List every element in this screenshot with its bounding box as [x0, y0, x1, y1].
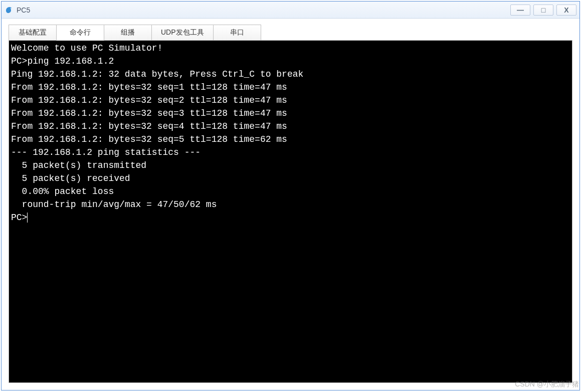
- tab-bar: 基础配置 命令行 组播 UDP发包工具 串口: [9, 25, 572, 41]
- content-area: 基础配置 命令行 组播 UDP发包工具 串口 Welcome to use PC…: [2, 19, 579, 390]
- terminal-line: PC>ping 192.168.1.2: [11, 55, 570, 68]
- terminal-line: Ping 192.168.1.2: 32 data bytes, Press C…: [11, 68, 570, 81]
- terminal-line: 5 packet(s) received: [11, 172, 570, 185]
- terminal-line: Welcome to use PC Simulator!: [11, 42, 570, 55]
- terminal[interactable]: Welcome to use PC Simulator!PC>ping 192.…: [9, 40, 572, 383]
- maximize-button[interactable]: □: [533, 5, 553, 16]
- tab-multicast[interactable]: 组播: [104, 25, 152, 41]
- tab-serial[interactable]: 串口: [213, 25, 261, 41]
- window-title: PC5: [17, 6, 510, 14]
- minimize-button[interactable]: —: [510, 5, 530, 16]
- terminal-line: From 192.168.1.2: bytes=32 seq=5 ttl=128…: [11, 133, 570, 146]
- terminal-line: From 192.168.1.2: bytes=32 seq=3 ttl=128…: [11, 107, 570, 120]
- terminal-line: round-trip min/avg/max = 47/50/62 ms: [11, 198, 570, 211]
- close-button[interactable]: X: [556, 5, 576, 16]
- terminal-line: From 192.168.1.2: bytes=32 seq=1 ttl=128…: [11, 81, 570, 94]
- tab-command-line[interactable]: 命令行: [56, 25, 104, 41]
- app-window: PC5 — □ X 基础配置 命令行 组播 UDP发包工具 串口 Welcome…: [1, 1, 580, 390]
- terminal-line: From 192.168.1.2: bytes=32 seq=4 ttl=128…: [11, 120, 570, 133]
- app-icon: [5, 6, 14, 15]
- tab-basic-config[interactable]: 基础配置: [9, 25, 57, 41]
- terminal-line: 5 packet(s) transmitted: [11, 159, 570, 172]
- titlebar-controls: — □ X: [510, 5, 576, 16]
- terminal-line: From 192.168.1.2: bytes=32 seq=2 ttl=128…: [11, 94, 570, 107]
- cursor-icon: [27, 213, 28, 223]
- terminal-prompt: PC>: [11, 211, 570, 224]
- terminal-line: 0.00% packet loss: [11, 185, 570, 198]
- titlebar[interactable]: PC5 — □ X: [2, 2, 579, 19]
- prompt-text: PC>: [11, 213, 27, 223]
- tab-udp-tool[interactable]: UDP发包工具: [151, 25, 214, 41]
- terminal-line: --- 192.168.1.2 ping statistics ---: [11, 146, 570, 159]
